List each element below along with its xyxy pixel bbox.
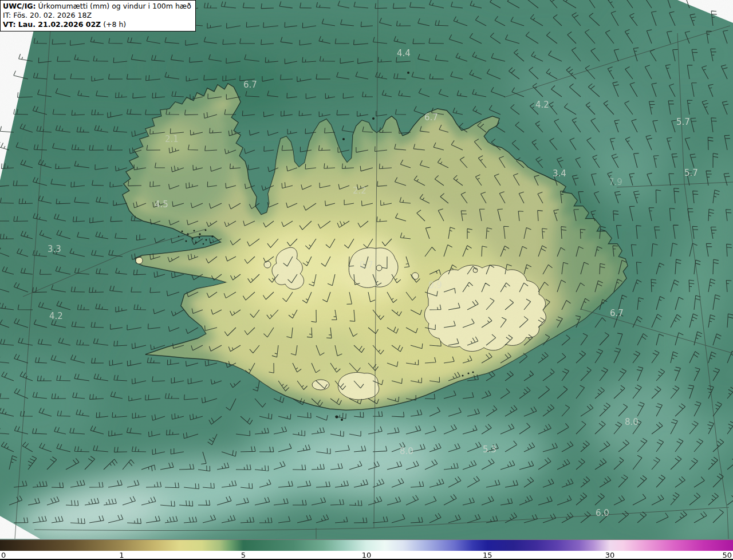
- precip-value: 3.3: [48, 244, 61, 254]
- precip-value: 0.7: [360, 260, 373, 270]
- map-area: 4.46.76.74.25.75.73.47.92.12.24.53.34.20…: [0, 0, 733, 539]
- precip-value: 4.4: [397, 48, 411, 58]
- title-line-valid: VT: Lau. 21.02.2026 02Z (+8 h): [3, 20, 191, 29]
- colorbar-labels: 01510153050: [0, 551, 733, 560]
- precip-value: 8.0: [400, 446, 413, 456]
- map-svg: 4.46.76.74.25.75.73.47.92.12.24.53.34.20…: [0, 0, 733, 539]
- precip-value: 6.7: [243, 80, 257, 90]
- colorbar: 01510153050: [0, 539, 733, 560]
- colorbar-tick-label: 50: [722, 551, 732, 559]
- colorbar-tick-label: 0: [1, 551, 6, 559]
- valid-offset: (+8 h): [101, 20, 126, 29]
- precip-value: 6.7: [424, 112, 438, 123]
- precip-value: 8.0: [625, 417, 639, 427]
- precip-value: 5.7: [684, 168, 698, 178]
- title-line-init: IT: Fös. 20. 02. 2026 18Z: [3, 11, 191, 20]
- colorbar-tick-label: 10: [362, 551, 372, 559]
- colorbar-tick-label: 30: [605, 551, 615, 559]
- colorbar-tick-label: 1: [119, 551, 124, 559]
- colorbar-tick-label: 5: [241, 551, 246, 559]
- precip-value: 4.2: [49, 311, 63, 321]
- valid-time: VT: Lau. 21.02.2026 02Z: [3, 20, 101, 29]
- precip-value: 2.2: [353, 186, 366, 196]
- precip-value: 0.9: [428, 280, 442, 290]
- precip-value: 2.1: [165, 134, 179, 144]
- precip-value: 5.3: [483, 444, 496, 455]
- title-line-product: UWC/IG: Úrkomumætti (mm) og vindur i 100…: [3, 2, 191, 11]
- precip-value: 6.7: [610, 308, 624, 318]
- precip-value: 5.7: [676, 117, 690, 127]
- weather-map-app: 4.46.76.74.25.75.73.47.92.12.24.53.34.20…: [0, 0, 733, 560]
- product-title: Úrkomumætti (mm) og vindur i 100m hæð: [36, 2, 191, 10]
- precip-value: 4.5: [155, 199, 168, 210]
- precip-value: 3.4: [553, 168, 566, 179]
- precip-value: 4.2: [535, 100, 549, 110]
- precip-value: 7.9: [609, 177, 622, 187]
- precip-value: 6.0: [596, 508, 609, 518]
- title-box: UWC/IG: Úrkomumætti (mm) og vindur i 100…: [0, 0, 196, 31]
- colorbar-tick-label: 15: [483, 551, 492, 559]
- colorbar-gradient: [0, 540, 733, 551]
- product-code: UWC/IG:: [3, 2, 36, 10]
